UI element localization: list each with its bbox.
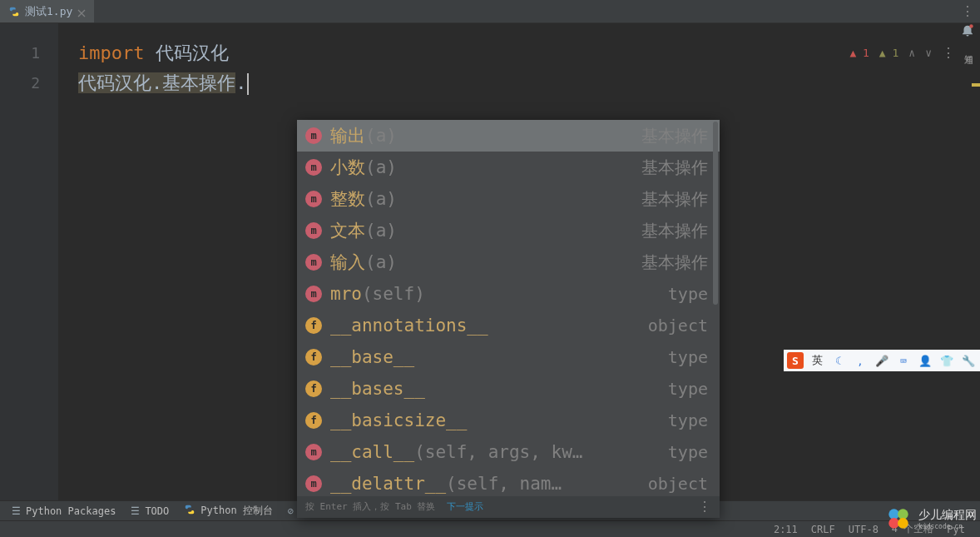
autocomplete-popup: m输出(a)基本操作m小数(a)基本操作m整数(a)基本操作m文本(a)基本操作… bbox=[297, 120, 720, 518]
autocomplete-label: 整数(a) bbox=[330, 184, 633, 214]
warning-indicator[interactable]: ▲ 1 bbox=[879, 38, 898, 68]
autocomplete-label: __bases__ bbox=[330, 374, 660, 404]
autocomplete-item[interactable]: f__annotations__object bbox=[297, 310, 720, 341]
field-icon: f bbox=[305, 349, 322, 365]
inspection-more-icon[interactable]: ⋮ bbox=[942, 38, 955, 68]
method-icon: m bbox=[305, 159, 322, 176]
autocomplete-label: 输出(a) bbox=[330, 121, 633, 151]
next-highlight-icon[interactable]: ∨ bbox=[925, 38, 932, 68]
autocomplete-type: 基本操作 bbox=[641, 121, 708, 151]
autocomplete-item[interactable]: f__base__type bbox=[297, 341, 720, 373]
method-icon: m bbox=[305, 127, 322, 144]
watermark-sub: kidscode.cn bbox=[918, 523, 977, 530]
todo-icon: ☰ bbox=[131, 505, 140, 517]
user-icon[interactable]: 👤 bbox=[917, 352, 933, 369]
problems-icon: ⊘ bbox=[288, 505, 294, 517]
method-icon: m bbox=[305, 475, 322, 492]
mic-icon[interactable]: 🎤 bbox=[874, 352, 890, 369]
ime-logo-icon[interactable]: S bbox=[787, 352, 804, 369]
editor: 1 2 import 代码汉化 代码汉化.基本操作. ▲ 1 ▲ 1 ∧ ∨ ⋮… bbox=[0, 23, 980, 500]
python-file-icon bbox=[8, 6, 20, 17]
method-icon: m bbox=[305, 222, 322, 239]
status-bar: 2:11 CRLF UTF-8 4 个空格 Pyt bbox=[0, 520, 980, 537]
python-icon bbox=[184, 504, 196, 518]
autocomplete-footer: 按 Enter 插入，按 Tab 替换 下一提示 ⋮ bbox=[297, 496, 720, 518]
comma-icon[interactable]: , bbox=[852, 352, 869, 369]
todo-tool[interactable]: ☰TODO bbox=[131, 505, 169, 517]
error-indicator[interactable]: ▲ 1 bbox=[849, 38, 869, 68]
autocomplete-type: type bbox=[668, 342, 708, 372]
line-number: 2 bbox=[0, 68, 58, 98]
autocomplete-item[interactable]: f__bases__type bbox=[297, 373, 720, 405]
autocomplete-type: 基本操作 bbox=[641, 216, 708, 246]
autocomplete-list[interactable]: m输出(a)基本操作m小数(a)基本操作m整数(a)基本操作m文本(a)基本操作… bbox=[297, 120, 720, 496]
python-packages-tool[interactable]: ☰Python Packages bbox=[12, 505, 116, 517]
autocomplete-type: type bbox=[668, 405, 708, 435]
ime-toolbar[interactable]: S 英 ☾ , 🎤 ⌨ 👤 👕 🔧 bbox=[784, 350, 980, 371]
autocomplete-item[interactable]: m输入(a)基本操作 bbox=[297, 246, 720, 278]
autocomplete-type: 基本操作 bbox=[641, 184, 708, 214]
autocomplete-label: __base__ bbox=[330, 342, 660, 372]
prev-highlight-icon[interactable]: ∧ bbox=[908, 38, 915, 68]
field-icon: f bbox=[305, 317, 322, 334]
python-console-tool[interactable]: Python 控制台 bbox=[184, 504, 273, 518]
next-tip-link[interactable]: 下一提示 bbox=[447, 501, 483, 512]
autocomplete-item[interactable]: m文本(a)基本操作 bbox=[297, 215, 720, 246]
shirt-icon[interactable]: 👕 bbox=[938, 352, 955, 369]
line-gutter: 1 2 bbox=[0, 23, 58, 500]
method-icon: m bbox=[305, 254, 322, 271]
autocomplete-item[interactable]: m整数(a)基本操作 bbox=[297, 183, 720, 215]
autocomplete-label: mro(self) bbox=[330, 279, 660, 309]
editor-tab[interactable]: 测试1.py bbox=[0, 0, 94, 22]
autocomplete-item[interactable]: m输出(a)基本操作 bbox=[297, 120, 720, 152]
tab-filename: 测试1.py bbox=[25, 4, 72, 19]
autocomplete-more-icon[interactable]: ⋮ bbox=[698, 492, 711, 522]
tab-bar: 测试1.py bbox=[0, 0, 980, 23]
watermark-logo-icon bbox=[883, 504, 913, 534]
autocomplete-scrollbar[interactable] bbox=[713, 122, 718, 305]
autocomplete-type: type bbox=[668, 279, 708, 309]
line-number: 1 bbox=[0, 38, 58, 68]
autocomplete-type: object bbox=[648, 311, 708, 341]
autocomplete-label: 小数(a) bbox=[330, 152, 633, 182]
file-encoding[interactable]: UTF-8 bbox=[849, 524, 879, 535]
autocomplete-type: 基本操作 bbox=[641, 152, 708, 182]
keyboard-icon[interactable]: ⌨ bbox=[895, 352, 912, 369]
autocomplete-item[interactable]: mmro(self)type bbox=[297, 278, 720, 310]
code-area[interactable]: import 代码汉化 代码汉化.基本操作. ▲ 1 ▲ 1 ∧ ∨ ⋮ m输出… bbox=[58, 23, 980, 500]
field-icon: f bbox=[305, 412, 322, 429]
watermark: 少儿编程网 kidscode.cn bbox=[883, 504, 977, 534]
field-icon: f bbox=[305, 380, 322, 397]
autocomplete-label: 输入(a) bbox=[330, 247, 633, 277]
ime-lang[interactable]: 英 bbox=[809, 352, 825, 369]
autocomplete-item[interactable]: m__call__(self, args, kw…type bbox=[297, 436, 720, 468]
code-line-2: 代码汉化.基本操作. bbox=[58, 68, 980, 98]
autocomplete-label: 文本(a) bbox=[330, 216, 633, 246]
method-icon: m bbox=[305, 444, 322, 460]
autocomplete-label: __annotations__ bbox=[330, 311, 640, 341]
svg-point-4 bbox=[888, 518, 899, 529]
autocomplete-type: 基本操作 bbox=[641, 247, 708, 277]
svg-point-2 bbox=[888, 509, 899, 520]
code-line-1: import 代码汉化 bbox=[58, 38, 980, 68]
inspection-indicators[interactable]: ▲ 1 ▲ 1 ∧ ∨ ⋮ bbox=[849, 38, 955, 68]
line-separator[interactable]: CRLF bbox=[811, 524, 835, 535]
autocomplete-item[interactable]: f__basicsize__type bbox=[297, 405, 720, 436]
error-stripe-mark[interactable] bbox=[972, 83, 980, 87]
close-icon[interactable] bbox=[77, 7, 86, 16]
autocomplete-label: __call__(self, args, kw… bbox=[330, 437, 660, 467]
autocomplete-type: type bbox=[668, 437, 708, 467]
wrench-icon[interactable]: 🔧 bbox=[960, 352, 977, 369]
more-icon[interactable]: ⋮ bbox=[961, 3, 974, 19]
watermark-title: 少儿编程网 bbox=[918, 508, 977, 523]
moon-icon[interactable]: ☾ bbox=[830, 352, 847, 369]
svg-point-5 bbox=[898, 518, 908, 529]
autocomplete-item[interactable]: m小数(a)基本操作 bbox=[297, 152, 720, 183]
method-icon: m bbox=[305, 286, 322, 302]
svg-point-3 bbox=[898, 509, 908, 520]
autocomplete-type: type bbox=[668, 374, 708, 404]
packages-icon: ☰ bbox=[12, 505, 21, 517]
caret-position[interactable]: 2:11 bbox=[774, 524, 798, 535]
autocomplete-label: __basicsize__ bbox=[330, 405, 660, 435]
method-icon: m bbox=[305, 191, 322, 207]
